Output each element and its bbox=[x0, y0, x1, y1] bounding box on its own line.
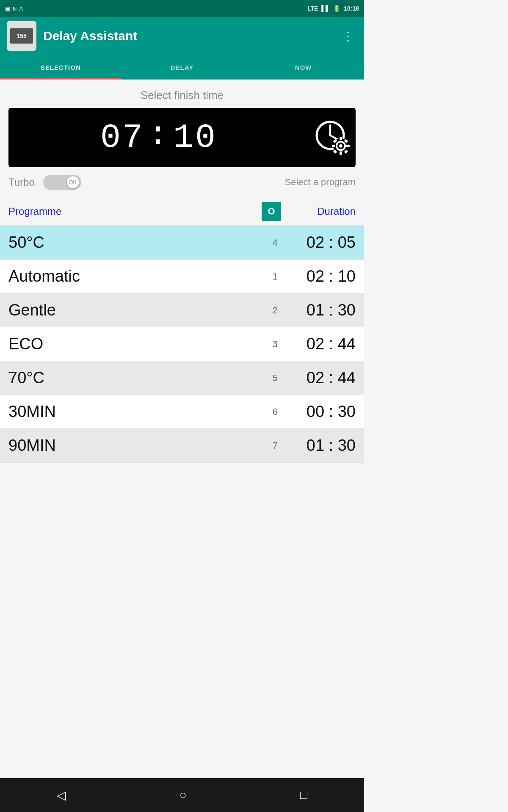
menu-button[interactable]: ⋮ bbox=[339, 26, 357, 47]
recent-button[interactable]: □ bbox=[292, 784, 316, 806]
prog-duration: 02 : 44 bbox=[288, 369, 356, 387]
main-content: Select finish time 07 : 10 bbox=[0, 80, 364, 463]
prog-num: 5 bbox=[269, 373, 278, 384]
prog-num: 1 bbox=[269, 271, 278, 282]
prog-num: 2 bbox=[269, 305, 278, 316]
prog-name: ECO bbox=[8, 335, 269, 353]
logo-screen: 155 bbox=[10, 28, 33, 44]
prog-name: Automatic bbox=[8, 267, 269, 285]
prog-duration: 02 : 05 bbox=[288, 233, 356, 252]
time-hours: 07 bbox=[100, 118, 144, 157]
table-row[interactable]: 70°C 5 02 : 44 bbox=[0, 361, 364, 395]
prog-name: 70°C bbox=[8, 369, 269, 387]
prog-num: 4 bbox=[269, 237, 278, 248]
status-right-icons: LTE ▌▌ 🔋 10:18 bbox=[307, 5, 359, 12]
turbo-off-label: Off bbox=[68, 179, 76, 186]
time-display[interactable]: 07 : 10 bbox=[8, 108, 356, 167]
time-display-status: 10:18 bbox=[344, 5, 359, 12]
programme-table: Programme O Duration 50°C 4 02 : 05 Auto… bbox=[0, 198, 364, 463]
table-row[interactable]: ECO 3 02 : 44 bbox=[0, 327, 364, 361]
prog-num: 6 bbox=[269, 406, 278, 417]
table-row[interactable]: 50°C 4 02 : 05 bbox=[0, 226, 364, 260]
n-icon: N bbox=[13, 5, 17, 12]
app-logo: 155 bbox=[7, 21, 36, 51]
prog-num: 7 bbox=[269, 440, 278, 451]
sim-icon: ▣ bbox=[5, 5, 10, 12]
control-row: Turbo Off Select a program bbox=[0, 167, 364, 198]
tab-now[interactable]: NOW bbox=[243, 55, 364, 80]
table-row[interactable]: 30MIN 6 00 : 30 bbox=[0, 395, 364, 429]
select-program-label: Select a program bbox=[90, 177, 356, 188]
lte-icon: LTE bbox=[307, 5, 318, 12]
time-sep: : bbox=[148, 116, 170, 159]
prog-duration: 01 : 30 bbox=[288, 436, 356, 455]
svg-rect-6 bbox=[340, 137, 342, 140]
prog-name: 50°C bbox=[8, 233, 269, 252]
table-row[interactable]: Automatic 1 02 : 10 bbox=[0, 260, 364, 294]
svg-rect-9 bbox=[346, 145, 350, 147]
a-icon: A bbox=[19, 5, 23, 12]
battery-icon: 🔋 bbox=[333, 5, 340, 12]
back-button[interactable]: ◁ bbox=[48, 784, 75, 807]
turbo-toggle[interactable]: Off bbox=[43, 175, 81, 190]
prog-duration: 01 : 30 bbox=[288, 301, 356, 319]
home-button[interactable]: ○ bbox=[171, 784, 195, 806]
bottom-nav: ◁ ○ □ bbox=[0, 778, 364, 812]
prog-duration: 00 : 30 bbox=[288, 403, 356, 421]
prog-num: 3 bbox=[269, 339, 278, 350]
prog-duration: 02 : 10 bbox=[288, 267, 356, 285]
prog-name: 30MIN bbox=[8, 403, 269, 421]
prog-name: Gentle bbox=[8, 301, 269, 319]
time-minutes: 10 bbox=[173, 118, 217, 157]
app-bar: 155 Delay Assistant ⋮ bbox=[0, 17, 364, 55]
time-digits: 07 : 10 bbox=[8, 116, 309, 159]
prog-duration: 02 : 44 bbox=[288, 335, 356, 353]
tab-selection[interactable]: SELECTION bbox=[0, 55, 121, 80]
table-header: Programme O Duration bbox=[0, 198, 364, 226]
prog-name: 90MIN bbox=[8, 436, 269, 455]
finish-time-label: Select finish time bbox=[0, 80, 364, 108]
svg-rect-7 bbox=[340, 151, 342, 155]
svg-rect-8 bbox=[332, 145, 335, 147]
status-left-icons: ▣ N A bbox=[5, 5, 23, 12]
turbo-label: Turbo bbox=[8, 176, 35, 188]
svg-line-2 bbox=[330, 135, 338, 140]
status-bar: ▣ N A LTE ▌▌ 🔋 10:18 bbox=[0, 0, 364, 17]
col-o-badge: O bbox=[262, 202, 281, 221]
table-row[interactable]: Gentle 2 01 : 30 bbox=[0, 294, 364, 327]
table-row[interactable]: 90MIN 7 01 : 30 bbox=[0, 429, 364, 463]
col-duration-header: Duration bbox=[288, 206, 356, 217]
app-title: Delay Assistant bbox=[43, 29, 332, 43]
signal-bars: ▌▌ bbox=[321, 5, 330, 12]
col-programme-header: Programme bbox=[8, 206, 262, 217]
tab-bar: SELECTION DELAY NOW bbox=[0, 55, 364, 80]
clock-settings-icon[interactable] bbox=[309, 118, 356, 156]
svg-point-5 bbox=[339, 144, 342, 148]
tab-delay[interactable]: DELAY bbox=[121, 55, 243, 80]
